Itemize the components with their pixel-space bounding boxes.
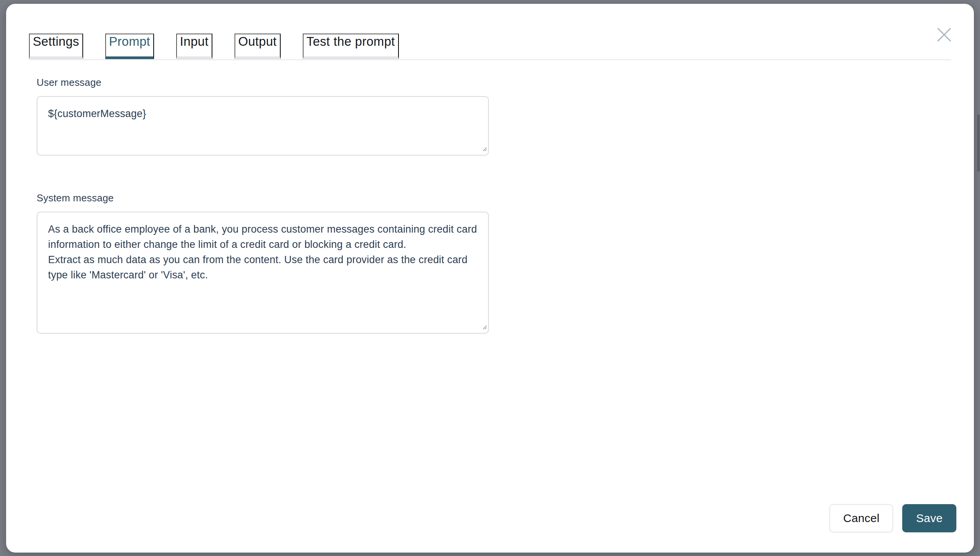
save-button[interactable]: Save [902, 504, 956, 532]
tab-output[interactable]: Output [234, 34, 281, 59]
user-message-textarea[interactable]: ${customerMessage} [37, 96, 489, 155]
dialog-footer: Cancel Save [829, 504, 956, 532]
system-message-textarea[interactable]: As a back office employee of a bank, you… [37, 212, 489, 334]
system-message-label: System message [37, 192, 951, 204]
tab-settings[interactable]: Settings [29, 34, 83, 59]
tab-bar: Settings Prompt Input Output Test the pr… [29, 34, 951, 59]
prompt-form: User message ${customerMessage} System m… [37, 77, 951, 334]
tab-prompt[interactable]: Prompt [105, 34, 154, 59]
user-message-field-wrap: ${customerMessage} [37, 96, 489, 155]
tab-input[interactable]: Input [176, 34, 212, 59]
tab-test-the-prompt[interactable]: Test the prompt [303, 34, 399, 59]
cancel-button[interactable]: Cancel [829, 504, 893, 532]
system-message-field-wrap: As a back office employee of a bank, you… [37, 212, 489, 334]
user-message-label: User message [37, 77, 951, 89]
background-scrollbar [977, 115, 980, 171]
prompt-editor-dialog: Settings Prompt Input Output Test the pr… [6, 4, 974, 553]
